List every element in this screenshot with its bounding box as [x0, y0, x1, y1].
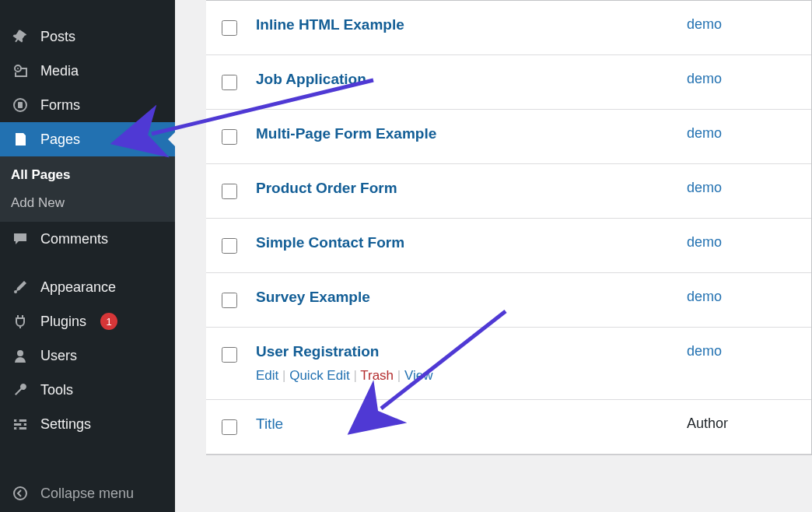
- table-footer-header: Title Author: [206, 399, 811, 454]
- nav-pages[interactable]: Pages: [0, 122, 175, 156]
- nav-label: Media: [40, 63, 79, 79]
- page-author-link[interactable]: demo: [687, 289, 722, 304]
- nav-comments[interactable]: Comments: [0, 222, 175, 256]
- row-checkbox[interactable]: [222, 20, 237, 36]
- nav-forms[interactable]: Forms: [0, 88, 175, 122]
- collapse-label: Collapse menu: [40, 486, 134, 502]
- row-checkbox[interactable]: [222, 129, 237, 145]
- collapse-menu[interactable]: Collapse menu: [0, 475, 175, 512]
- svg-point-11: [21, 423, 24, 426]
- table-row: Survey Example demo: [206, 273, 811, 328]
- pages-list: Inline HTML Example demo Job Application…: [175, 0, 812, 512]
- nav-pages-submenu: All Pages Add New: [0, 156, 175, 222]
- subnav-add-new[interactable]: Add New: [0, 189, 175, 217]
- table-row: Inline HTML Example demo: [206, 1, 811, 55]
- page-author-link[interactable]: demo: [687, 71, 722, 86]
- plugin-update-badge: 1: [100, 313, 117, 330]
- table-row: Multi-Page Form Example demo: [206, 110, 811, 164]
- page-title-link[interactable]: Job Application: [256, 71, 366, 87]
- nav-label: Forms: [40, 97, 80, 114]
- nav-label: Settings: [40, 416, 91, 433]
- row-checkbox[interactable]: [222, 75, 237, 90]
- nav-label: Comments: [40, 231, 108, 247]
- nav-media[interactable]: Media: [0, 54, 175, 88]
- page-title-link[interactable]: Simple Contact Form: [256, 234, 404, 251]
- svg-rect-3: [18, 102, 23, 108]
- svg-point-12: [16, 427, 19, 430]
- edit-link[interactable]: Edit: [256, 368, 278, 383]
- plug-icon: [11, 312, 30, 331]
- page-title-link[interactable]: Survey Example: [256, 289, 370, 305]
- nav-tools[interactable]: Tools: [0, 373, 175, 407]
- collapse-icon: [11, 484, 30, 503]
- svg-point-13: [14, 487, 26, 500]
- admin-sidebar: Posts Media Forms Pages All Pages Add Ne…: [0, 0, 175, 512]
- row-checkbox[interactable]: [222, 238, 237, 254]
- row-checkbox[interactable]: [222, 293, 237, 308]
- nav-plugins[interactable]: Plugins 1: [0, 304, 175, 338]
- wrench-icon: [11, 380, 30, 399]
- page-title-link[interactable]: Product Order Form: [256, 180, 397, 196]
- row-checkbox[interactable]: [222, 347, 237, 363]
- user-icon: [11, 346, 30, 365]
- page-title-link[interactable]: Multi-Page Form Example: [256, 125, 436, 142]
- nav-label: Users: [40, 348, 77, 364]
- nav-settings[interactable]: Settings: [0, 407, 175, 441]
- table-row: User Registration Edit | Quick Edit | Tr…: [206, 328, 811, 399]
- page-author-link[interactable]: demo: [687, 180, 722, 195]
- trash-link[interactable]: Trash: [360, 368, 394, 383]
- svg-point-10: [16, 419, 19, 423]
- table-row: Simple Contact Form demo: [206, 219, 811, 273]
- page-author-link[interactable]: demo: [687, 16, 722, 32]
- nav-label: Posts: [40, 29, 75, 45]
- nav-label: Plugins: [40, 314, 86, 330]
- column-author: Author: [687, 416, 796, 432]
- brush-icon: [11, 278, 30, 296]
- page-title-link[interactable]: Inline HTML Example: [256, 16, 404, 33]
- nav-label: Tools: [40, 382, 73, 398]
- select-all-checkbox[interactable]: [222, 419, 237, 435]
- view-link[interactable]: View: [404, 368, 433, 383]
- svg-point-6: [17, 350, 23, 356]
- media-icon: [11, 61, 30, 80]
- page-author-link[interactable]: demo: [687, 125, 722, 141]
- row-checkbox[interactable]: [222, 184, 237, 199]
- nav-label: Pages: [40, 132, 80, 148]
- svg-rect-8: [14, 423, 26, 426]
- svg-point-5: [14, 290, 17, 293]
- forms-icon: [11, 96, 30, 114]
- svg-point-1: [17, 68, 19, 69]
- nav-appearance[interactable]: Appearance: [0, 270, 175, 304]
- settings-icon: [11, 415, 30, 433]
- column-title[interactable]: Title: [256, 416, 283, 432]
- quick-edit-link[interactable]: Quick Edit: [289, 368, 349, 383]
- comment-icon: [11, 230, 30, 248]
- page-author-link[interactable]: demo: [687, 234, 722, 250]
- svg-rect-7: [14, 419, 26, 422]
- table-row: Job Application demo: [206, 55, 811, 110]
- pin-icon: [11, 27, 30, 46]
- nav-users[interactable]: Users: [0, 338, 175, 373]
- page-icon: [11, 130, 30, 149]
- row-actions: Edit | Quick Edit | Trash | View: [256, 368, 687, 384]
- nav-label: Appearance: [40, 279, 116, 296]
- svg-rect-9: [14, 427, 26, 430]
- page-author-link[interactable]: demo: [687, 343, 722, 359]
- page-title-link[interactable]: User Registration: [256, 343, 379, 359]
- nav-posts[interactable]: Posts: [0, 19, 175, 54]
- subnav-all-pages[interactable]: All Pages: [0, 161, 175, 189]
- table-row: Product Order Form demo: [206, 164, 811, 219]
- pages-table: Inline HTML Example demo Job Application…: [206, 0, 812, 455]
